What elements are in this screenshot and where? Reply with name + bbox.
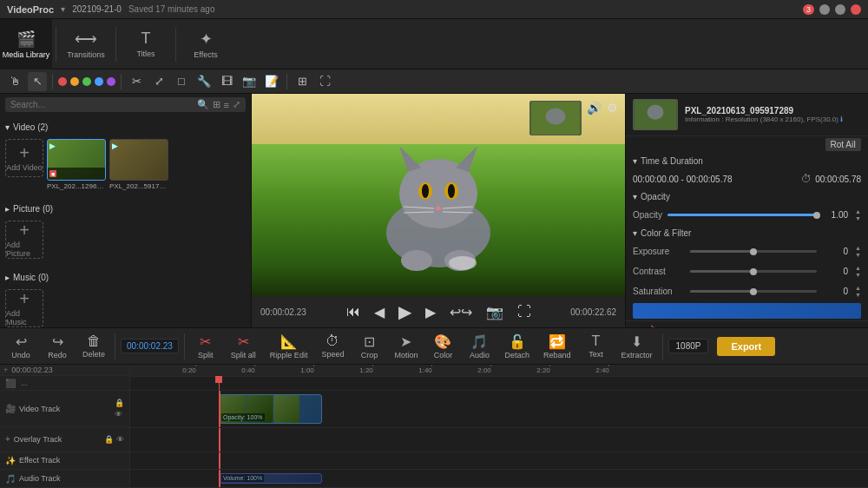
contrast-handle[interactable] <box>750 268 757 275</box>
music-grid: + Add Music <box>5 286 246 331</box>
color-filter-header[interactable]: ▾ Color & Filter <box>626 225 868 241</box>
color-purple[interactable] <box>107 77 115 86</box>
add-picture-button[interactable]: + Add Picture <box>5 221 43 259</box>
video-thumb-1[interactable]: ▶ <box>109 139 168 181</box>
tool-fullscreen[interactable]: ⛶ <box>315 72 334 91</box>
opacity-header[interactable]: ▾ Opacity <box>626 188 868 205</box>
tool-settings[interactable]: 🔧 <box>194 72 214 91</box>
opacity-down[interactable]: ▼ <box>855 215 861 221</box>
exposure-slider[interactable] <box>690 250 817 253</box>
play-button[interactable]: ▶ <box>395 300 415 324</box>
rp-thumbnail <box>633 99 678 130</box>
list-view-icon[interactable]: ≡ <box>224 100 229 110</box>
speed-button[interactable]: ⏱ Speed <box>317 331 348 361</box>
grid-view-icon[interactable]: ⊞ <box>213 99 220 110</box>
add-video-button[interactable]: + Add Video <box>5 139 43 177</box>
picture-section-header[interactable]: ▸ Picture (0) <box>5 201 246 217</box>
tl-time-display[interactable]: 00:00:02.23 <box>121 339 179 353</box>
color-button[interactable]: 🎨 Color <box>427 331 458 362</box>
bookmark-icon[interactable]: 🔖 <box>649 325 664 327</box>
eye-icon-overlay[interactable]: 👁 <box>116 435 124 444</box>
color-blue[interactable] <box>95 77 103 86</box>
maximize-button[interactable] <box>835 4 845 15</box>
contrast-slider[interactable] <box>690 270 817 273</box>
add-picture-container: + Add Picture <box>5 221 43 259</box>
saturation-spinners: ▲ ▼ <box>855 285 861 298</box>
motion-button[interactable]: ➤ Motion <box>390 331 422 362</box>
expand-icon[interactable]: ⤢ <box>233 99 240 110</box>
opacity-slider[interactable] <box>667 214 817 216</box>
search-input[interactable] <box>10 100 197 109</box>
rewind-button[interactable]: ⏮ <box>343 302 364 321</box>
color-orange[interactable] <box>70 77 79 86</box>
tab-transitions[interactable]: ⟷ Transitions <box>60 19 112 69</box>
music-section-header[interactable]: ▸ Music (0) <box>5 269 246 286</box>
eye-icon-video[interactable]: 👁 <box>115 410 124 419</box>
color-green[interactable] <box>82 77 91 86</box>
opacity-handle[interactable] <box>813 212 820 219</box>
saturation-down[interactable]: ▼ <box>855 292 861 298</box>
close-button[interactable] <box>851 4 861 15</box>
video-clip[interactable]: Opacity: 100% <box>219 394 322 424</box>
export-button[interactable]: Export <box>717 337 775 356</box>
tool-grid[interactable]: ⊞ <box>293 72 312 91</box>
redo-button[interactable]: ↪ Redo <box>42 331 73 362</box>
text-tl-button[interactable]: T Text <box>581 331 612 361</box>
tab-titles[interactable]: T Titles <box>120 19 172 69</box>
tool-pointer[interactable]: 🖱 <box>5 72 24 91</box>
color-filter-active-bar[interactable] <box>633 303 861 319</box>
video-thumb-0[interactable]: ▶ ■ <box>47 139 106 181</box>
audio-clip[interactable]: Volume: 100% <box>219 473 322 484</box>
saturation-handle[interactable] <box>750 288 757 295</box>
exposure-down[interactable]: ▼ <box>855 252 861 258</box>
tool-select[interactable]: ↖ <box>28 72 47 91</box>
exposure-up[interactable]: ▲ <box>855 245 861 251</box>
tools-sep-2 <box>121 74 122 89</box>
tool-film[interactable]: 🎞 <box>217 72 236 91</box>
tab-effects[interactable]: ✦ Effects <box>180 19 232 69</box>
extractor-button[interactable]: ⬇ Extractor <box>617 331 657 362</box>
volume-icon[interactable]: 🔊 <box>587 101 602 115</box>
saturation-up[interactable]: ▲ <box>855 285 861 291</box>
add-music-button[interactable]: + Add Music <box>5 289 43 327</box>
undo-button[interactable]: ↩ Undo <box>5 331 36 362</box>
split-button[interactable]: ✂ Split <box>190 331 221 362</box>
tool-cut[interactable]: ✂ <box>127 72 146 91</box>
snapshot-button[interactable]: 📷 <box>483 302 507 322</box>
prev-frame-button[interactable]: ◀ <box>371 302 388 322</box>
contrast-up[interactable]: ▲ <box>855 265 861 271</box>
color-red[interactable] <box>58 77 67 86</box>
exposure-handle[interactable] <box>750 248 757 255</box>
reband-button[interactable]: 🔁 Reband <box>539 331 575 362</box>
fullscreen-button[interactable]: ⛶ <box>514 302 535 321</box>
tool-box[interactable]: □ <box>172 72 191 91</box>
opacity-up[interactable]: ▲ <box>855 208 861 214</box>
add-track-icon[interactable]: + <box>5 434 10 444</box>
quality-selector[interactable]: 1080P <box>668 339 709 353</box>
settings-icon-preview[interactable]: ⚙ <box>607 101 618 115</box>
playhead-effect <box>219 452 220 470</box>
minimize-button[interactable] <box>819 4 830 15</box>
crop-button[interactable]: ⊡ Crop <box>353 331 385 362</box>
video-section-header[interactable]: ▾ Video (2) <box>5 119 246 135</box>
tool-camera[interactable]: 📷 <box>240 72 259 91</box>
next-frame-button[interactable]: ▶ <box>422 302 439 322</box>
audio-button[interactable]: 🎵 Audio <box>464 331 495 362</box>
settings-icon-rp[interactable]: ⚙ <box>633 325 644 327</box>
timeline-add-icon[interactable]: + <box>3 366 8 374</box>
lock-icon-video[interactable]: 🔒 <box>115 399 124 407</box>
tab-media-library[interactable]: 🎬 Media Library <box>0 19 52 69</box>
contrast-down[interactable]: ▼ <box>855 272 861 278</box>
detach-button[interactable]: 🔓 Detach <box>500 331 534 362</box>
info-icon[interactable]: ℹ <box>840 115 843 123</box>
delete-button[interactable]: 🗑 Delete <box>78 331 109 361</box>
saturation-slider[interactable] <box>690 290 817 293</box>
loop-button[interactable]: ↩↪ <box>446 302 476 322</box>
tool-trim[interactable]: ⤢ <box>149 72 168 91</box>
split-all-button[interactable]: ✂ Split all <box>227 331 260 362</box>
lock-icon-overlay[interactable]: 🔒 <box>104 435 114 444</box>
tool-text[interactable]: 📝 <box>262 72 281 91</box>
rot-ai-button[interactable]: Rot AiI <box>825 138 861 151</box>
time-duration-header[interactable]: ▾ Time & Duration <box>626 153 868 169</box>
ripple-edit-button[interactable]: 📐 Ripple Edit <box>266 331 312 362</box>
